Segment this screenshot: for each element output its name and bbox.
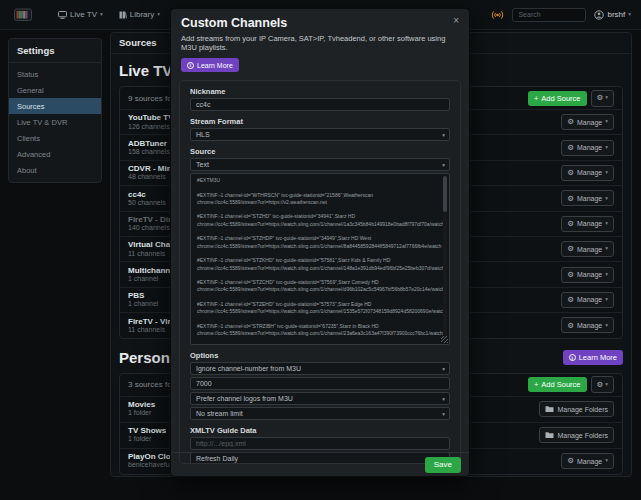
nickname-input[interactable]: [190, 98, 450, 111]
source-name: cc4c: [128, 190, 166, 199]
topbar-right: brshf ▾: [491, 8, 631, 22]
sidebar-item[interactable]: Clients: [9, 130, 101, 146]
custom-channels-modal: × Custom Channels Add streams from your …: [170, 8, 470, 477]
manage-button[interactable]: ⚙ Manage ▾: [561, 317, 614, 333]
sidebar-item[interactable]: Status: [9, 66, 101, 82]
nav-live-tv-label: Live TV: [70, 10, 97, 19]
modal-footer: Save: [171, 452, 469, 476]
manage-button[interactable]: ⚙ Manage ▾: [561, 241, 614, 257]
manage-button[interactable]: ⚙ Manage ▾: [561, 453, 614, 469]
scrollbar-thumb[interactable]: [443, 176, 447, 212]
channel-number-select[interactable]: Ignore channel-number from M3U ▾: [190, 362, 450, 375]
m3u-playlist-text: #EXTM3U #EXTINF:-1 channel-id="WTHRSCN" …: [191, 174, 449, 345]
source-channel-count: 126 channels: [128, 123, 173, 131]
caret-down-icon: ▾: [605, 95, 608, 101]
settings-sidebar: Settings Status General Sources Live TV …: [8, 38, 102, 183]
stream-limit-select[interactable]: No stream limit ▾: [190, 407, 450, 420]
nav-library-label: Library: [130, 10, 154, 19]
live-tv-title: Live TV: [119, 62, 172, 79]
manage-folders-button[interactable]: Manage Folders: [539, 401, 614, 417]
caret-down-icon: ▾: [442, 132, 445, 138]
stream-format-label: Stream Format: [190, 117, 450, 126]
library-icon: [119, 11, 127, 19]
sidebar-item[interactable]: Sources: [9, 98, 101, 114]
resize-handle[interactable]: [441, 336, 448, 343]
source-name: PBS: [128, 291, 158, 300]
sidebar-item[interactable]: Live TV & DVR: [9, 114, 101, 130]
add-source-button[interactable]: + Add Source: [528, 91, 587, 106]
source-type-select[interactable]: Text ▾: [190, 158, 450, 171]
caret-down-icon: ▾: [442, 366, 445, 372]
broadcast-icon[interactable]: [491, 10, 504, 20]
source-name: TV Shows: [128, 426, 166, 435]
caret-down-icon: ▾: [442, 162, 445, 168]
info-icon: i: [187, 62, 194, 69]
scrollbar-track[interactable]: [443, 176, 447, 342]
gear-icon: ⚙: [567, 118, 574, 126]
user-menu[interactable]: brshf ▾: [594, 10, 631, 20]
gear-icon: ⚙: [597, 94, 604, 102]
close-icon[interactable]: ×: [453, 16, 459, 26]
caret-down-icon: ▾: [605, 196, 608, 202]
gear-icon: ⚙: [567, 220, 574, 228]
source-sub: 1 folder: [128, 409, 155, 417]
xmltv-label: XMLTV Guide Data: [190, 426, 450, 435]
gear-icon: ⚙: [567, 457, 574, 465]
caret-down-icon: ▾: [157, 12, 160, 18]
source-channel-count: 50 channels: [128, 199, 166, 207]
sidebar-item[interactable]: General: [9, 82, 101, 98]
caret-down-icon: ▾: [605, 145, 608, 151]
caret-down-icon: ▾: [605, 246, 608, 252]
caret-down-icon: ▾: [605, 221, 608, 227]
channel-logos-select[interactable]: Prefer channel logos from M3U ▾: [190, 392, 450, 405]
manage-button[interactable]: ⚙ Manage ▾: [561, 190, 614, 206]
manage-button[interactable]: ⚙ Manage ▾: [561, 165, 614, 181]
caret-down-icon: ▾: [628, 12, 631, 18]
app-window: Live TV ▾ Library ▾ DVR ▾ ⚙: [0, 0, 641, 500]
caret-down-icon: ▾: [100, 12, 103, 18]
source-name: YouTube TV: [128, 113, 173, 122]
modal-title: Custom Channels: [181, 16, 459, 30]
save-button[interactable]: Save: [425, 457, 461, 473]
gear-icon: ⚙: [567, 296, 574, 304]
source-channel-count: 1 channel: [128, 300, 158, 308]
manage-button[interactable]: ⚙ Manage ▾: [561, 292, 614, 308]
manage-button[interactable]: ⚙ Manage ▾: [561, 114, 614, 130]
stream-format-select[interactable]: HLS ▾: [190, 128, 450, 141]
manage-folders-button[interactable]: Manage Folders: [539, 427, 614, 443]
caret-down-icon: ▾: [605, 458, 608, 464]
custom-channels-form: Nickname Stream Format HLS ▾ Source Text…: [179, 80, 461, 464]
nav-live-tv[interactable]: Live TV ▾: [58, 10, 103, 19]
add-source-button[interactable]: + Add Source: [528, 377, 587, 392]
caret-down-icon: ▾: [605, 170, 608, 176]
learn-more-button[interactable]: i Learn More: [563, 350, 623, 365]
tv-icon: [58, 11, 67, 19]
manage-button[interactable]: ⚙ Manage ▾: [561, 267, 614, 283]
manage-button[interactable]: ⚙ Manage ▾: [561, 140, 614, 156]
manage-button[interactable]: ⚙ Manage ▾: [561, 216, 614, 232]
plus-icon: +: [534, 94, 538, 103]
app-logo-icon[interactable]: [14, 8, 32, 21]
caret-down-icon: ▾: [442, 411, 445, 417]
caret-down-icon: ▾: [605, 297, 608, 303]
m3u-playlist-textarea[interactable]: #EXTM3U #EXTINF:-1 channel-id="WTHRSCN" …: [190, 173, 450, 345]
gear-icon: ⚙: [567, 245, 574, 253]
modal-description: Add streams from your IP Camera, SAT>IP,…: [181, 34, 459, 52]
folder-icon: [545, 431, 554, 439]
caret-down-icon: ▾: [605, 323, 608, 329]
sidebar-item[interactable]: Advanced: [9, 146, 101, 162]
source-channel-count: 158 channels: [128, 148, 170, 156]
nav-library[interactable]: Library ▾: [119, 10, 160, 19]
add-source-options-button[interactable]: ⚙ ▾: [591, 90, 615, 107]
start-number-input[interactable]: [190, 377, 450, 390]
gear-icon: ⚙: [567, 169, 574, 177]
source-label: Source: [190, 147, 450, 156]
gear-icon: ⚙: [567, 144, 574, 152]
sidebar-item[interactable]: About: [9, 162, 101, 178]
options-label: Options: [190, 351, 450, 360]
xmltv-url-input[interactable]: [190, 437, 450, 450]
source-name: Movies: [128, 400, 155, 409]
add-source-options-button[interactable]: ⚙ ▾: [591, 376, 615, 393]
search-input[interactable]: [512, 8, 586, 22]
learn-more-button[interactable]: i Learn More: [181, 58, 239, 72]
